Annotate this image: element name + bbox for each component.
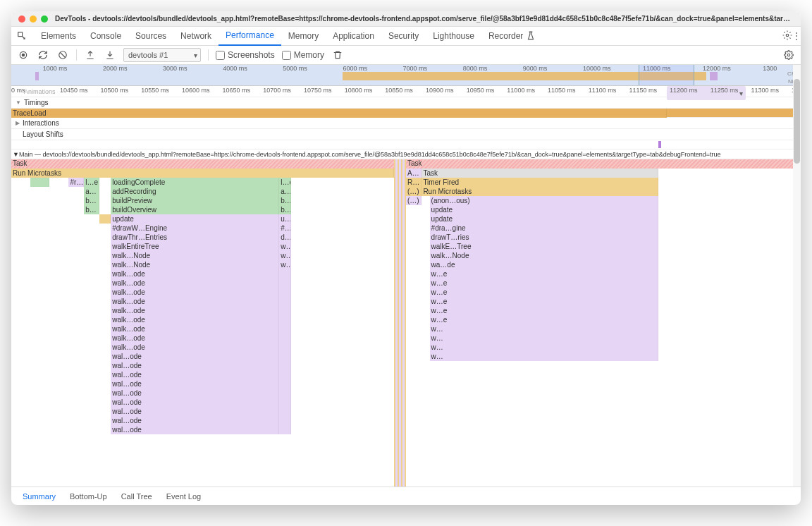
detail-ruler[interactable]: 0 ms10450 ms10500 ms10550 ms10600 ms1065… (11, 86, 801, 97)
flame-bar[interactable] (279, 370, 290, 379)
flame-bar[interactable]: l…e (84, 178, 99, 187)
flame-bar[interactable]: w…e (430, 297, 659, 306)
flame-bar[interactable] (279, 361, 290, 370)
flame-bar[interactable]: Run Microtasks (11, 169, 394, 178)
flame-bar[interactable]: (…) (406, 187, 422, 196)
flame-bar[interactable]: (anon…ous) (430, 196, 659, 205)
flame-bar[interactable] (279, 425, 290, 434)
btab-summary[interactable]: Summary (17, 489, 61, 503)
btab-bottomup[interactable]: Bottom-Up (64, 489, 113, 503)
flame-bar[interactable]: b… (84, 196, 99, 205)
settings-icon[interactable] (782, 30, 792, 42)
tab-console[interactable]: Console (83, 27, 128, 46)
trash-icon[interactable] (331, 49, 344, 61)
inspect-icon[interactable] (16, 30, 28, 42)
flame-bar[interactable] (99, 214, 111, 224)
flame-bar[interactable]: w…e (430, 288, 659, 297)
flame-bar[interactable]: w… (430, 343, 659, 352)
record-icon[interactable] (17, 49, 30, 61)
flame-bar[interactable]: w…e (430, 306, 659, 315)
tab-application[interactable]: Application (326, 27, 381, 46)
tab-recorder[interactable]: Recorder (481, 27, 543, 46)
flame-bar[interactable]: #r…s (68, 178, 84, 187)
task-bar[interactable]: Task (11, 159, 394, 169)
flame-bar[interactable]: w… (430, 352, 659, 361)
scrollbar[interactable] (793, 65, 801, 487)
flame-bar[interactable]: walk…ode (111, 343, 279, 352)
memory-checkbox[interactable]: Memory (282, 50, 324, 60)
main-thread-header[interactable]: ▼ Main — devtools://devtools/bundled/dev… (11, 149, 801, 159)
flame-bar[interactable]: w… (279, 242, 290, 251)
flame-bar[interactable] (279, 407, 290, 416)
flame-bar[interactable] (279, 379, 290, 389)
flame-bar[interactable]: wal…ode (111, 361, 279, 370)
flame-bar[interactable]: u… (279, 214, 290, 224)
flame-bar[interactable]: a… (84, 187, 99, 196)
flame-chart[interactable]: TaskRun Microtasks#r…sl…eloadingComplete… (11, 159, 801, 487)
flame-bar[interactable]: b… (279, 196, 290, 205)
flame-bar[interactable] (279, 324, 290, 334)
btab-calltree[interactable]: Call Tree (116, 489, 158, 503)
flame-bar[interactable] (279, 279, 290, 288)
flame-bar[interactable]: b… (279, 205, 290, 214)
flame-bar[interactable] (279, 389, 290, 398)
flame-bar[interactable] (279, 398, 290, 407)
flame-bar[interactable]: wal…ode (111, 425, 279, 434)
traceload-bar[interactable]: TraceLoad (11, 109, 801, 118)
upload-icon[interactable] (84, 49, 97, 61)
task-bar[interactable]: Task (406, 159, 801, 169)
flame-bar[interactable] (30, 178, 49, 187)
flame-bar[interactable]: walk…Node (111, 251, 279, 260)
zoom-icon[interactable] (41, 16, 48, 23)
flame-bar[interactable]: walk…Node (430, 251, 659, 260)
flame-bar[interactable]: Timer Fired (422, 178, 658, 187)
tab-performance[interactable]: Performance (219, 27, 281, 46)
flame-bar[interactable]: wal…ode (111, 416, 279, 425)
flame-bar[interactable]: w… (430, 334, 659, 343)
flame-bar[interactable] (279, 352, 290, 361)
flame-bar[interactable]: addRecording (111, 187, 279, 196)
flame-bar[interactable]: loadingComplete (111, 178, 279, 187)
flame-bar[interactable]: update (111, 214, 279, 224)
flame-bar[interactable]: a…e (279, 187, 290, 196)
flame-bar[interactable]: d… (279, 233, 290, 242)
flame-bar[interactable]: wal…ode (111, 379, 279, 389)
flame-bar[interactable]: drawT…ries (430, 233, 659, 242)
flame-bar[interactable]: walk…ode (111, 315, 279, 324)
flame-bar[interactable]: walk…Node (111, 260, 279, 269)
profile-select[interactable]: devtools #1 (123, 48, 201, 62)
screenshots-checkbox[interactable]: Screenshots (216, 50, 275, 60)
flame-bar[interactable]: walk…ode (111, 279, 279, 288)
tab-sources[interactable]: Sources (128, 27, 173, 46)
flame-bar[interactable]: walk…ode (111, 306, 279, 315)
flame-bar[interactable] (279, 334, 290, 343)
tab-memory[interactable]: Memory (281, 27, 326, 46)
flame-bar[interactable]: walkEntireTree (111, 242, 279, 251)
minimize-icon[interactable] (30, 16, 37, 23)
clear-icon[interactable] (56, 49, 69, 61)
flame-bar[interactable]: drawThr…Entries (111, 233, 279, 242)
flame-bar[interactable]: Run Microtasks (422, 187, 658, 196)
flame-bar[interactable]: w…e (430, 315, 659, 324)
download-icon[interactable] (104, 49, 116, 61)
flame-bar[interactable]: Task (422, 169, 658, 178)
flame-bar[interactable]: wal…ode (111, 398, 279, 407)
flame-bar[interactable]: b… (84, 205, 99, 214)
section-interactions[interactable]: ▶Interactions (11, 118, 801, 129)
flame-bar[interactable]: A… (406, 169, 422, 178)
flame-bar[interactable]: l…e (279, 178, 290, 187)
btab-eventlog[interactable]: Event Log (161, 489, 207, 503)
flame-bar[interactable]: buildPreview (111, 196, 279, 205)
flame-bar[interactable] (279, 297, 290, 306)
tab-elements[interactable]: Elements (34, 27, 83, 46)
flame-bar[interactable]: walk…ode (111, 334, 279, 343)
flame-bar[interactable]: #… (279, 224, 290, 233)
flame-bar[interactable]: buildOverview (111, 205, 279, 214)
flame-bar[interactable]: walk…ode (111, 288, 279, 297)
close-icon[interactable] (18, 16, 25, 23)
more-icon[interactable]: ⋮ (792, 31, 801, 41)
flame-bar[interactable]: w… (279, 251, 290, 260)
flame-bar[interactable] (279, 315, 290, 324)
flame-bar[interactable] (279, 269, 290, 279)
flame-bar[interactable]: walkE…Tree (430, 242, 659, 251)
